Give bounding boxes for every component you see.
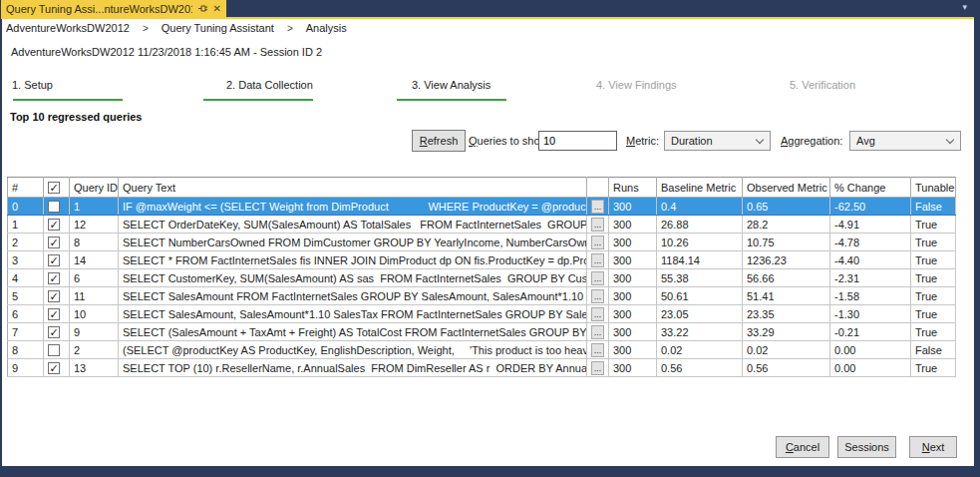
- aggregation-dropdown[interactable]: Avg: [849, 131, 961, 151]
- query-detail-button[interactable]: ...: [591, 361, 604, 375]
- query-id: 6: [70, 269, 119, 287]
- query-detail-cell: ...: [587, 287, 609, 305]
- document-tab[interactable]: Query Tuning Assi...ntureWorksDW2012] ✕: [1, 0, 226, 17]
- pct-change: -2.31: [830, 269, 911, 287]
- table-row[interactable]: 2 ✓ 8 SELECT NumberCarsOwned FROM DimCus…: [8, 234, 956, 251]
- runs: 300: [609, 341, 657, 359]
- docwell-dropdown-icon[interactable]: ▾: [962, 2, 967, 12]
- col-header-tunable[interactable]: Tunable: [911, 178, 956, 198]
- metric-label: Metric:: [626, 135, 659, 147]
- row-checkbox[interactable]: ✓: [48, 326, 60, 338]
- wizard-step-label: 3. View Analysis: [412, 79, 490, 91]
- table-row[interactable]: 3 ✓ 14 SELECT * FROM FactInternetSales f…: [8, 251, 956, 269]
- row-checkbox[interactable]: ✓: [48, 290, 60, 302]
- query-detail-cell: ...: [587, 341, 609, 359]
- observed-metric: 0.65: [743, 198, 830, 216]
- breadcrumb-item-qta[interactable]: Query Tuning Assistant: [162, 22, 274, 34]
- label-rest: etric:: [635, 135, 659, 147]
- query-text: IF @maxWeight <= (SELECT Weight from Dim…: [119, 198, 587, 216]
- pct-change: -4.78: [830, 234, 911, 251]
- query-detail-button[interactable]: ...: [591, 200, 604, 214]
- row-select-cell: [44, 198, 70, 216]
- row-select-cell: ✓: [44, 287, 70, 305]
- tunable: True: [911, 269, 956, 287]
- query-detail-button[interactable]: ...: [591, 218, 604, 232]
- tunable: False: [911, 341, 956, 359]
- breadcrumb-separator: >: [287, 23, 293, 34]
- row-checkbox[interactable]: [48, 344, 60, 356]
- baseline-metric: 23.05: [657, 305, 743, 323]
- row-checkbox[interactable]: ✓: [48, 254, 60, 266]
- runs: 300: [609, 234, 657, 251]
- col-header-query-id[interactable]: Query ID: [70, 178, 119, 198]
- metric-dropdown[interactable]: Duration: [664, 131, 771, 151]
- query-detail-cell: ...: [587, 198, 609, 216]
- col-header-detail: [587, 178, 609, 198]
- table-row[interactable]: 9 ✓ 13 SELECT TOP (10) r.ResellerName, r…: [8, 359, 956, 377]
- table-row[interactable]: 8 2 (SELECT @productKey AS ProductKey, E…: [8, 341, 956, 359]
- close-icon[interactable]: ✕: [213, 3, 221, 14]
- row-checkbox[interactable]: ✓: [48, 308, 60, 320]
- row-checkbox[interactable]: ✓: [48, 237, 60, 248]
- refresh-button[interactable]: Refresh: [412, 130, 466, 152]
- pin-icon[interactable]: [197, 3, 208, 14]
- pct-change: -1.30: [830, 305, 911, 323]
- runs: 300: [609, 216, 657, 234]
- runs: 300: [609, 323, 657, 341]
- col-header-select[interactable]: ✓: [44, 178, 70, 198]
- baseline-metric: 1184.14: [657, 251, 743, 269]
- runs: 300: [609, 251, 657, 269]
- row-checkbox[interactable]: ✓: [48, 362, 60, 374]
- row-index: 6: [8, 305, 44, 323]
- breadcrumb-item-analysis[interactable]: Analysis: [306, 22, 347, 34]
- table-row[interactable]: 6 ✓ 10 SELECT SalesAmount, SalesAmount*1…: [8, 305, 956, 323]
- tunable: True: [911, 234, 956, 251]
- runs: 300: [609, 359, 657, 377]
- header-checkbox[interactable]: ✓: [48, 182, 60, 194]
- runs: 300: [609, 287, 657, 305]
- chevron-down-icon: [946, 136, 954, 144]
- observed-metric: 1236.23: [743, 251, 830, 269]
- wizard-step-label: 2. Data Collection: [226, 79, 313, 91]
- tab-title: Query Tuning Assi...ntureWorksDW2012]: [6, 3, 192, 15]
- query-detail-button[interactable]: ...: [591, 289, 604, 303]
- query-detail-button[interactable]: ...: [591, 307, 604, 321]
- baseline-metric: 0.4: [657, 198, 743, 216]
- table-row[interactable]: 4 ✓ 6 SELECT CustomerKey, SUM(SalesAmoun…: [8, 269, 956, 287]
- cancel-button[interactable]: Cancel: [776, 436, 829, 458]
- page-title: Top 10 regressed queries: [10, 111, 142, 123]
- pct-change: -62.50: [830, 198, 911, 216]
- table-row[interactable]: 5 ✓ 11 SELECT SalesAmount FROM FactInter…: [8, 287, 956, 305]
- row-checkbox[interactable]: ✓: [48, 272, 60, 284]
- query-detail-button[interactable]: ...: [591, 271, 604, 285]
- query-detail-cell: ...: [587, 323, 609, 341]
- query-detail-button[interactable]: ...: [591, 253, 604, 267]
- query-detail-button[interactable]: ...: [591, 236, 604, 249]
- row-checkbox[interactable]: [48, 201, 60, 213]
- next-rest: ext: [930, 441, 945, 453]
- col-header-num[interactable]: #: [8, 178, 44, 198]
- row-index: 3: [8, 251, 44, 269]
- next-button[interactable]: Next: [909, 436, 957, 458]
- table-row[interactable]: 7 ✓ 9 SELECT (SalesAmount + TaxAmt + Fre…: [8, 323, 956, 341]
- row-index: 5: [8, 287, 44, 305]
- col-header-pct-change[interactable]: % Change: [830, 178, 911, 198]
- label-key: M: [626, 135, 635, 147]
- queries-to-show-input[interactable]: [538, 131, 617, 151]
- query-detail-button[interactable]: ...: [591, 325, 604, 339]
- breadcrumb-item-database[interactable]: AdventureWorksDW2012: [6, 22, 130, 34]
- row-checkbox[interactable]: ✓: [48, 219, 60, 231]
- runs: 300: [609, 198, 657, 216]
- query-detail-cell: ...: [587, 305, 609, 323]
- col-header-runs[interactable]: Runs: [609, 178, 657, 198]
- query-detail-button[interactable]: ...: [591, 343, 604, 357]
- sessions-button[interactable]: Sessions: [837, 436, 896, 458]
- col-header-query-text[interactable]: Query Text: [119, 178, 587, 198]
- table-row[interactable]: 0 1 IF @maxWeight <= (SELECT Weight from…: [8, 198, 956, 216]
- pct-change: -4.91: [830, 216, 911, 234]
- col-header-observed-metric[interactable]: Observed Metric: [743, 178, 830, 198]
- chevron-down-icon: [756, 136, 764, 144]
- table-row[interactable]: 1 ✓ 12 SELECT OrderDateKey, SUM(SalesAmo…: [8, 216, 956, 234]
- query-detail-cell: ...: [587, 251, 609, 269]
- col-header-baseline-metric[interactable]: Baseline Metric: [657, 178, 743, 198]
